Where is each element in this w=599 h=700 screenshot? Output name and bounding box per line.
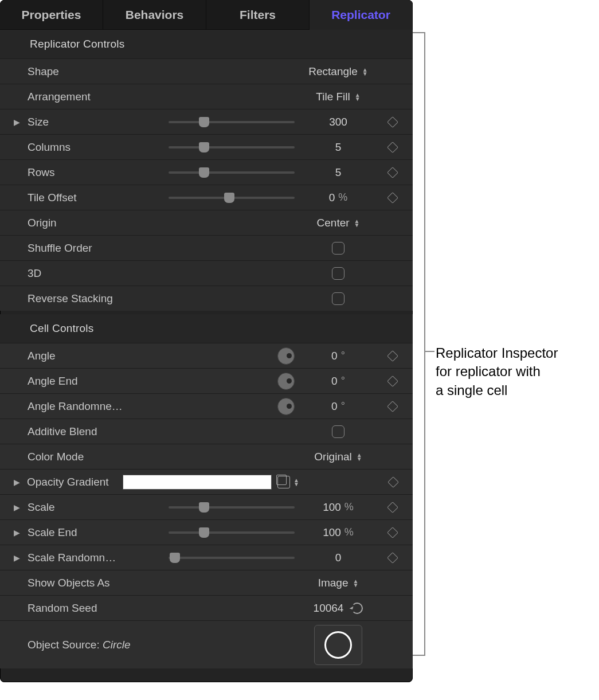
label-random-seed: Random Seed <box>28 602 125 615</box>
unit-degree: ° <box>341 400 345 412</box>
label-shape: Shape <box>28 65 125 78</box>
slider-size[interactable] <box>169 116 295 128</box>
keyframe-icon[interactable] <box>387 552 398 564</box>
keyframe-icon[interactable] <box>387 502 398 513</box>
row-random-seed: Random Seed 10064 <box>0 595 413 620</box>
value-scale-rand[interactable]: 0 <box>335 552 342 564</box>
dial-angle-rand[interactable] <box>277 398 295 415</box>
inspector-panel: Properties Behaviors Filters Replicator … <box>0 0 413 682</box>
row-opacity-gradient: ▶ Opacity Gradient ▲▼ <box>0 469 413 494</box>
row-additive-blend: Additive Blend <box>0 419 413 444</box>
row-size: ▶ Size 300 <box>0 109 413 134</box>
chevron-updown-icon: ▲▼ <box>354 219 360 227</box>
row-color-mode: Color Mode Original ▲▼ <box>0 444 413 469</box>
row-angle-end: Angle End 0 ° <box>0 368 413 393</box>
label-arrangement: Arrangement <box>28 91 125 103</box>
checkbox-shuffle[interactable] <box>332 242 344 255</box>
label-rows: Rows <box>28 166 125 179</box>
chevron-updown-icon: ▲▼ <box>362 68 368 76</box>
value-angle-end[interactable]: 0 <box>331 375 338 388</box>
slider-scale[interactable] <box>169 501 295 514</box>
checkbox-3d[interactable] <box>332 267 344 280</box>
popup-color-mode[interactable]: Original ▲▼ <box>314 451 362 463</box>
value-columns[interactable]: 5 <box>335 141 342 154</box>
tab-properties[interactable]: Properties <box>0 0 103 30</box>
value-show-objects: Image <box>318 577 349 589</box>
chevron-updown-icon: ▲▼ <box>357 453 362 461</box>
label-angle-rand: Angle Randomne… <box>28 400 125 413</box>
chevron-updown-icon: ▲▼ <box>353 579 358 587</box>
label-origin: Origin <box>28 217 125 229</box>
value-rows[interactable]: 5 <box>335 166 342 179</box>
row-scale: ▶ Scale 100 % <box>0 494 413 519</box>
keyframe-icon[interactable] <box>387 401 398 412</box>
callout-line1: Replicator Inspector <box>436 344 558 362</box>
slider-columns[interactable] <box>169 141 295 154</box>
slider-scale-rand[interactable] <box>169 552 295 564</box>
gradient-preset-icon[interactable] <box>277 476 290 488</box>
popup-shape[interactable]: Rectangle ▲▼ <box>308 65 367 78</box>
value-angle[interactable]: 0 <box>331 350 338 362</box>
value-shape: Rectangle <box>308 65 358 78</box>
keyframe-icon[interactable] <box>387 476 399 488</box>
tab-replicator[interactable]: Replicator <box>310 0 413 30</box>
value-random-seed[interactable]: 10064 <box>314 602 344 615</box>
disclosure-icon[interactable]: ▶ <box>14 503 28 512</box>
unit-percent: % <box>338 191 347 204</box>
value-size[interactable]: 300 <box>329 116 347 128</box>
checkbox-additive[interactable] <box>332 425 344 438</box>
value-origin: Center <box>317 217 350 229</box>
chevron-updown-icon: ▲▼ <box>355 93 361 101</box>
slider-tile-offset[interactable] <box>169 191 295 204</box>
keyframe-icon[interactable] <box>387 527 398 538</box>
dial-angle-end[interactable] <box>277 373 295 390</box>
row-rows: Rows 5 <box>0 159 413 185</box>
popup-arrangement[interactable]: Tile Fill ▲▼ <box>316 91 360 103</box>
annotation-callout: Replicator Inspector for replicator with… <box>413 0 558 400</box>
label-object-source-prefix: Object Source: <box>28 639 103 651</box>
slider-scale-end[interactable] <box>169 526 295 539</box>
object-source-well[interactable] <box>314 625 362 665</box>
keyframe-icon[interactable] <box>387 350 398 362</box>
tab-behaviors[interactable]: Behaviors <box>103 0 206 30</box>
row-reverse-stacking: Reverse Stacking <box>0 286 413 311</box>
row-arrangement: Arrangement Tile Fill ▲▼ <box>0 84 413 109</box>
dial-angle[interactable] <box>277 347 295 365</box>
disclosure-icon[interactable]: ▶ <box>14 478 27 487</box>
value-scale[interactable]: 100 <box>323 501 341 514</box>
value-arrangement: Tile Fill <box>316 91 350 103</box>
checkbox-reverse[interactable] <box>332 292 344 305</box>
value-scale-end[interactable]: 100 <box>323 526 341 539</box>
row-scale-randomness: ▶ Scale Randomn… 0 <box>0 545 413 570</box>
value-color-mode: Original <box>314 451 351 463</box>
gradient-editor[interactable] <box>123 475 272 490</box>
unit-percent: % <box>344 526 354 538</box>
slider-rows[interactable] <box>169 166 295 179</box>
keyframe-icon[interactable] <box>387 192 398 204</box>
row-angle-randomness: Angle Randomne… 0 ° <box>0 393 413 419</box>
section-cell-controls: Cell Controls <box>0 314 413 343</box>
value-tile-offset[interactable]: 0 <box>329 191 335 204</box>
refresh-icon[interactable] <box>351 603 363 614</box>
disclosure-icon[interactable]: ▶ <box>14 118 28 127</box>
callout-line2: for replicator with <box>436 362 558 381</box>
label-3d: 3D <box>28 267 125 280</box>
keyframe-icon[interactable] <box>387 116 398 128</box>
tab-filters[interactable]: Filters <box>206 0 310 30</box>
popup-origin[interactable]: Center ▲▼ <box>317 217 360 229</box>
row-object-source: Object Source: Circle <box>0 620 413 668</box>
row-angle: Angle 0 ° <box>0 343 413 368</box>
label-columns: Columns <box>28 141 125 154</box>
keyframe-icon[interactable] <box>387 376 398 387</box>
keyframe-icon[interactable] <box>387 167 398 178</box>
bracket-icon <box>413 32 425 656</box>
label-scale-rand: Scale Randomn… <box>28 552 125 564</box>
label-show-objects: Show Objects As <box>28 577 125 589</box>
chevron-updown-icon[interactable]: ▲▼ <box>293 478 299 486</box>
popup-show-objects[interactable]: Image ▲▼ <box>318 577 359 589</box>
value-angle-rand[interactable]: 0 <box>331 400 338 413</box>
label-shuffle: Shuffle Order <box>28 242 125 255</box>
disclosure-icon[interactable]: ▶ <box>14 528 28 537</box>
keyframe-icon[interactable] <box>387 142 398 153</box>
disclosure-icon[interactable]: ▶ <box>14 553 28 562</box>
